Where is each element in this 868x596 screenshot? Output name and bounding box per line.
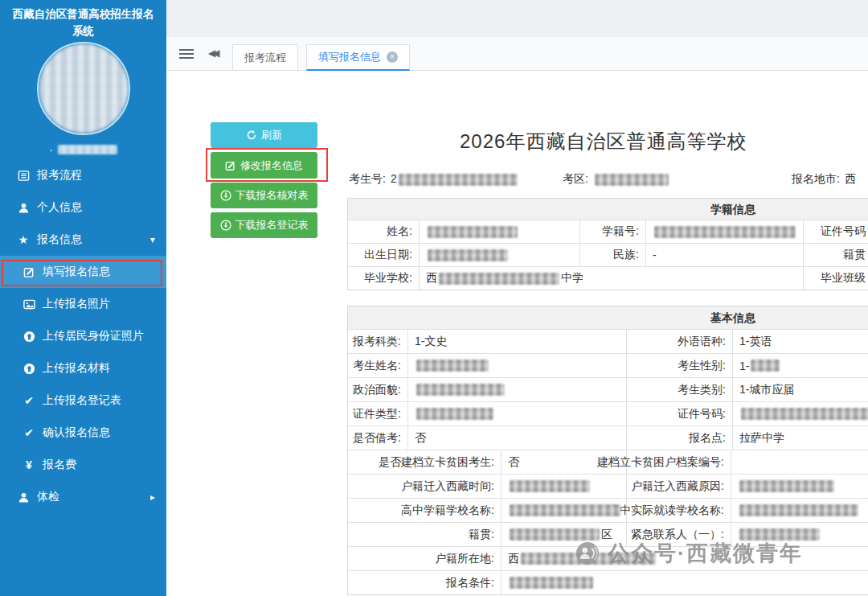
field-value: [731, 499, 868, 522]
tab-exam-process[interactable]: 报考流程: [232, 44, 298, 71]
edit-icon: [225, 160, 236, 171]
chevron-right-icon: ▸: [150, 491, 155, 503]
redacted-value: [739, 528, 820, 541]
field-value: 西: [501, 547, 868, 570]
field-value: [731, 523, 868, 546]
download-icon: [220, 190, 231, 201]
table-row: 高中学籍学校名称: 高中实际就读学校名称:: [348, 498, 868, 522]
field-label: 户籍迁入西藏时间:: [348, 475, 501, 498]
redacted-value: [751, 360, 780, 372]
table-row: 报名条件:: [348, 570, 868, 594]
tab-label: 填写报名信息: [318, 50, 381, 64]
field-label: 紧急联系人（一）:: [626, 523, 731, 546]
close-tab-icon[interactable]: ×: [387, 51, 398, 63]
redacted-value: [510, 577, 593, 589]
redacted-value: [654, 226, 796, 238]
field-label: 报名条件:: [348, 571, 501, 594]
field-value: 1-文史: [407, 330, 626, 353]
sidebar-item-label: 报考流程: [37, 168, 82, 183]
sidebar: 西藏自治区普通高校招生报名系统 · 报考流程 个人信息 ★ 报名信息 ▾ 填写报…: [0, 0, 166, 596]
tab-fill-registration[interactable]: 填写报名信息 ×: [306, 44, 410, 71]
field-label: 姓名:: [348, 220, 419, 243]
field-value: 西中学: [419, 267, 803, 290]
edit-registration-button[interactable]: 修改报名信息: [211, 152, 317, 179]
check-icon: ✔: [22, 427, 36, 438]
field-value: 区: [501, 523, 626, 546]
form-title: 2026年西藏自治区普通高等学校: [460, 129, 747, 154]
table-row: 出生日期: 民族: - 籍贯: [348, 243, 868, 266]
top-strip: [166, 0, 868, 37]
field-label: 建档立卡贫困户档案编号:: [626, 450, 731, 474]
table-row: 户籍迁入西藏时间: 户籍迁入西藏原因:: [348, 474, 868, 498]
redacted-value: [416, 408, 493, 420]
field-label: 证件号码: [803, 220, 868, 243]
refresh-button[interactable]: 刷新: [211, 122, 317, 148]
field-value: 拉萨中学: [732, 426, 868, 450]
download-check-form-button[interactable]: 下载报名核对表: [211, 183, 317, 208]
sidebar-item-label: 体检: [37, 490, 59, 504]
upload-icon: [22, 331, 36, 343]
redacted-value: [416, 384, 505, 396]
sidebar-item-label: 上传报名登记表: [43, 393, 121, 408]
sidebar-item-exam-process[interactable]: 报考流程: [0, 159, 166, 191]
basic-info-table: 基本信息 报考科类: 1-文史 外语语种: 1-英语 考生姓名: 考生性别: 1…: [347, 306, 868, 595]
field-value: [732, 402, 868, 425]
download-icon: [220, 220, 231, 231]
field-value: [645, 220, 803, 243]
list-icon: [16, 170, 31, 182]
field-label: 是否建档立卡贫困考生:: [348, 450, 501, 474]
redacted-value: [510, 528, 600, 541]
field-value: [407, 402, 626, 425]
field-label: 政治面貌:: [348, 378, 407, 401]
field-label: 学籍号:: [579, 220, 645, 243]
field-value: 1-: [732, 354, 868, 377]
chevron-down-icon: ▾: [150, 234, 155, 245]
field-label: 证件号码:: [626, 402, 732, 425]
sidebar-item-confirm-registration[interactable]: ✔ 确认报名信息: [0, 417, 166, 449]
hamburger-menu-icon[interactable]: [179, 49, 194, 51]
sidebar-item-registration-info[interactable]: ★ 报名信息 ▾: [0, 224, 166, 256]
upload-icon: [22, 363, 36, 375]
sidebar-item-physical-exam[interactable]: 体检 ▸: [0, 481, 166, 513]
table-row: 籍贯: 区 紧急联系人（一）:: [348, 522, 868, 546]
sidebar-item-label: 确认报名信息: [43, 425, 110, 440]
field-value: [731, 475, 868, 498]
field-label: 报考科类:: [348, 330, 407, 353]
field-label: 出生日期:: [348, 244, 419, 266]
yen-icon: ¥: [22, 459, 36, 471]
redacted-value: [739, 504, 858, 516]
sidebar-item-label: 个人信息: [37, 200, 82, 215]
field-label: 高中实际就读学校名称:: [626, 499, 731, 522]
refresh-button-label: 刷新: [261, 128, 282, 142]
field-value: [501, 475, 626, 498]
sidebar-item-upload-registration-form[interactable]: ✔ 上传报名登记表: [0, 384, 166, 417]
sidebar-item-fill-registration[interactable]: 填写报名信息: [0, 256, 166, 288]
download-check-form-label: 下载报名核对表: [235, 188, 309, 203]
redacted-value: [521, 553, 656, 565]
redacted-value: [741, 408, 868, 420]
redacted-value: [439, 273, 559, 285]
field-value: 1-英语: [732, 330, 868, 353]
sidebar-item-personal-info[interactable]: 个人信息: [0, 191, 166, 224]
field-label: 毕业班级: [803, 267, 868, 290]
field-label: 高中学籍学校名称:: [348, 499, 501, 522]
candidate-number-field: 考生号:2: [349, 172, 519, 187]
sidebar-item-upload-id-photo[interactable]: 上传居民身份证照片: [0, 320, 166, 352]
table-row: 报考科类: 1-文史 外语语种: 1-英语: [348, 329, 868, 353]
sidebar-item-upload-photo[interactable]: 上传报名照片: [0, 288, 166, 320]
star-icon: ★: [16, 234, 31, 245]
refresh-icon: [246, 129, 257, 141]
redacted-value: [416, 360, 489, 372]
sidebar-item-upload-materials[interactable]: 上传报名材料: [0, 352, 166, 384]
field-label: 考生类别:: [626, 378, 732, 401]
download-registration-form-button[interactable]: 下载报名登记表: [211, 212, 317, 238]
field-value: [501, 571, 868, 594]
redacted-value: [399, 174, 518, 186]
field-label: 考生性别:: [626, 354, 732, 377]
redacted-value: [428, 249, 508, 261]
field-value: [501, 499, 626, 522]
sidebar-item-registration-fee[interactable]: ¥ 报名费: [0, 449, 166, 481]
collapse-tabs-icon[interactable]: ◀◀: [208, 47, 216, 59]
check-icon: ✔: [22, 395, 36, 406]
field-label: 籍贯: [803, 244, 868, 266]
